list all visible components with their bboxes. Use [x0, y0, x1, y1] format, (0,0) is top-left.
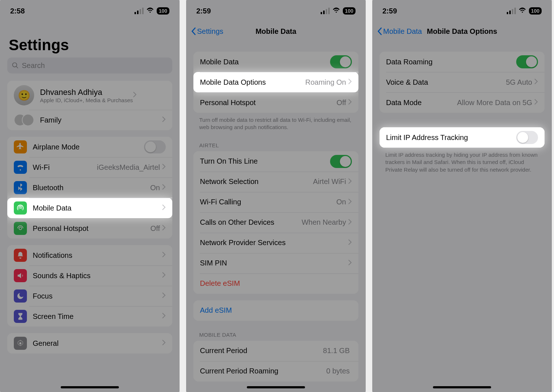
antenna-icon — [14, 201, 27, 215]
chevron-right-icon — [162, 340, 166, 347]
group-limit-ip: Limit IP Address Tracking — [380, 127, 545, 148]
row-calls-other-devices[interactable]: Calls on Other Devices When Nearby — [193, 212, 358, 233]
row-mobile-data-options[interactable]: Mobile Data Options Roaming On — [193, 72, 358, 92]
chevron-right-icon — [348, 79, 352, 86]
row-wifi[interactable]: Wi-Fi iGeeksMedia_Airtel — [7, 157, 172, 177]
label: Personal Hotspot — [33, 224, 150, 233]
label: Airplane Mode — [33, 143, 144, 151]
row-add-esim[interactable]: Add eSIM — [193, 300, 358, 321]
chevron-right-icon — [162, 225, 166, 232]
home-indicator[interactable] — [61, 386, 119, 388]
status-bar: 2:59 100 — [186, 0, 366, 22]
toggle-mobile-data[interactable] — [330, 55, 352, 68]
battery-icon: 100 — [529, 7, 542, 15]
label: Add eSIM — [200, 306, 352, 315]
chevron-right-icon — [348, 199, 352, 206]
status-time: 2:59 — [196, 7, 211, 15]
chevron-right-icon — [162, 164, 166, 171]
label: Family — [40, 116, 162, 124]
user-sub: Apple ID, iCloud+, Media & Purchases — [40, 97, 133, 103]
row-notifications[interactable]: Notifications — [7, 245, 172, 265]
row-personal-hotspot[interactable]: Personal Hotspot Off — [193, 92, 358, 113]
status-bar: 2:59 100 — [372, 0, 552, 22]
label: Mobile Data — [33, 204, 162, 212]
signal-icon — [507, 8, 516, 14]
label: Network Provider Services — [200, 239, 348, 247]
battery-icon: 100 — [343, 7, 356, 15]
row-turn-on-line[interactable]: Turn On This Line — [193, 151, 358, 172]
label: Current Period — [200, 347, 323, 355]
group-account: 🙂 Dhvanesh Adhiya Apple ID, iCloud+, Med… — [7, 81, 172, 130]
label: Wi-Fi — [33, 163, 97, 172]
speaker-icon — [14, 269, 27, 282]
row-current-period-roaming[interactable]: Current Period Roaming 0 bytes — [193, 361, 358, 381]
value: Allow More Data on 5G — [457, 99, 532, 107]
row-bluetooth[interactable]: Bluetooth On — [7, 177, 172, 198]
home-indicator[interactable] — [247, 386, 305, 388]
row-sim-pin[interactable]: SIM PIN — [193, 253, 358, 273]
group-add-esim: Add eSIM — [193, 300, 358, 321]
row-family[interactable]: Family — [7, 110, 172, 130]
family-avatars — [14, 114, 34, 126]
row-personal-hotspot[interactable]: Personal Hotspot Off — [7, 218, 172, 239]
avatar: 🙂 — [14, 85, 34, 105]
label: Current Period Roaming — [200, 367, 326, 375]
label: SIM PIN — [200, 259, 348, 267]
label: Calls on Other Devices — [200, 218, 302, 227]
label: Turn On This Line — [200, 157, 330, 165]
user-name: Dhvanesh Adhiya — [40, 88, 133, 97]
row-general[interactable]: General — [7, 333, 172, 353]
row-limit-ip-tracking[interactable]: Limit IP Address Tracking — [380, 127, 545, 148]
label: Screen Time — [33, 312, 162, 321]
airplane-icon — [14, 140, 27, 153]
row-current-period[interactable]: Current Period 81.1 GB — [193, 341, 358, 361]
chevron-right-icon — [348, 99, 352, 106]
row-mobile-data-toggle[interactable]: Mobile Data — [193, 52, 358, 72]
label: Notifications — [33, 251, 162, 260]
value: Off — [337, 99, 346, 107]
group-general: General — [7, 333, 172, 353]
footer-text: Turn off mobile data to restrict all dat… — [186, 113, 366, 131]
row-provider-services[interactable]: Network Provider Services — [193, 233, 358, 253]
search-input[interactable]: Search — [7, 57, 172, 73]
toggle-line[interactable] — [330, 155, 352, 168]
row-voice-data[interactable]: Voice & Data 5G Auto — [380, 72, 545, 92]
svg-line-1 — [16, 67, 18, 68]
search-icon — [12, 62, 19, 69]
row-screen-time[interactable]: Screen Time — [7, 306, 172, 327]
chevron-right-icon — [348, 219, 352, 226]
hourglass-icon — [14, 310, 27, 323]
row-delete-esim[interactable]: Delete eSIM — [193, 273, 358, 294]
row-mobile-data[interactable]: Mobile Data — [7, 198, 172, 218]
row-apple-id[interactable]: 🙂 Dhvanesh Adhiya Apple ID, iCloud+, Med… — [7, 81, 172, 110]
battery-icon: 100 — [157, 7, 169, 15]
group-airtel: Turn On This Line Network Selection Airt… — [193, 151, 358, 294]
value: Roaming On — [305, 78, 346, 87]
gear-icon — [14, 337, 27, 350]
svg-point-0 — [13, 63, 17, 67]
svg-point-2 — [19, 342, 21, 344]
label: Network Selection — [200, 177, 313, 186]
label: Wi-Fi Calling — [200, 198, 336, 206]
home-indicator[interactable] — [433, 386, 491, 388]
toggle-limit-ip[interactable] — [516, 131, 538, 144]
screen-mobile-data: 2:59 100 Settings Mobile Data Mobile Dat… — [186, 0, 366, 392]
row-airplane-mode[interactable]: Airplane Mode — [7, 137, 172, 157]
chevron-right-icon — [348, 178, 352, 185]
row-wifi-calling[interactable]: Wi-Fi Calling On — [193, 192, 358, 212]
toggle-airplane[interactable] — [144, 140, 166, 153]
value: On — [150, 184, 160, 192]
row-sounds[interactable]: Sounds & Haptics — [7, 265, 172, 286]
row-data-mode[interactable]: Data Mode Allow More Data on 5G — [380, 92, 545, 113]
row-focus[interactable]: Focus — [7, 286, 172, 306]
value: On — [336, 198, 346, 206]
group-main: Mobile Data Mobile Data Options Roaming … — [193, 52, 358, 113]
row-data-roaming[interactable]: Data Roaming — [380, 52, 545, 72]
label: Focus — [33, 292, 162, 300]
value: iGeeksMedia_Airtel — [97, 163, 160, 172]
toggle-roaming[interactable] — [516, 55, 538, 68]
page-title: Settings — [0, 22, 180, 57]
group-header-airtel: AIRTEL — [186, 131, 366, 151]
label: Data Mode — [386, 99, 457, 107]
row-network-selection[interactable]: Network Selection Airtel WiFi — [193, 172, 358, 192]
